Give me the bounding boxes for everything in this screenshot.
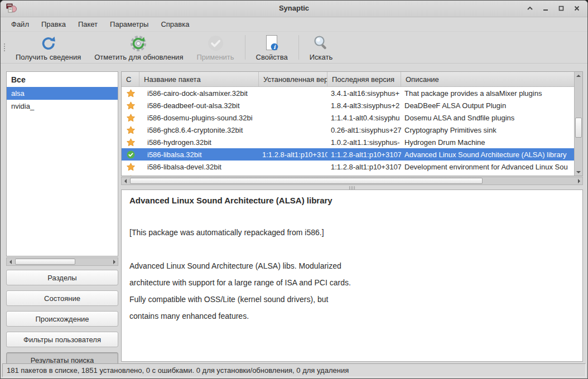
- details-line-0: [129, 207, 575, 224]
- mark-upgrades-icon: [129, 34, 148, 52]
- cell-latest-version: 1:1.2.8-alt1:p10+3107: [327, 163, 401, 171]
- cell-latest-version: 1.0.2-alt1.1:sisyphus-: [327, 138, 401, 147]
- toolbar-button-2: Применить: [190, 32, 240, 63]
- details-line-3: Advanced Linux Sound Architecture (ALSA)…: [129, 257, 575, 274]
- menu-item-2[interactable]: Пакет: [72, 18, 104, 31]
- menu-item-1[interactable]: Правка: [35, 18, 72, 31]
- cell-description: That package provides a alsaMixer plugin…: [401, 89, 574, 98]
- splitter-grip-icon[interactable]: [349, 186, 355, 190]
- star-icon: [122, 126, 139, 134]
- filter-buttons: РазделыСостояниеПроисхождениеФильтры пол…: [6, 270, 118, 368]
- toolbar-button-1[interactable]: Отметить для обновления: [88, 32, 190, 63]
- star-icon: [122, 175, 139, 176]
- cell-description: Hydrogen Drum Machine: [401, 138, 574, 147]
- scroll-left-icon[interactable]: [7, 258, 14, 265]
- package-details-pane: Advanced Linux Sound Architecture (ALSA)…: [121, 190, 583, 362]
- table-row[interactable]: i586-deadbeef-out-alsa.32bit1.8.4-alt3:s…: [122, 99, 574, 111]
- synaptic-window: Synaptic ФайлПравкаПакетПараметрыСправка…: [0, 0, 588, 379]
- table-row[interactable]: i586-cairo-dock-alsamixer.32bit3.4.1-alt…: [122, 87, 574, 99]
- menu-item-3[interactable]: Параметры: [104, 18, 155, 31]
- filter-list-header[interactable]: Все: [7, 72, 118, 87]
- details-line-6: contains many enhanced features.: [129, 308, 575, 324]
- scroll-left-icon[interactable]: [122, 177, 129, 184]
- titlebar: Synaptic: [1, 1, 587, 17]
- toolbar: Получить сведенияОтметить для обновления…: [1, 32, 587, 64]
- details-line-1: [This package was automatically repackag…: [129, 224, 575, 241]
- filter-button-3[interactable]: Фильтры пользователя: [6, 332, 118, 347]
- table-row[interactable]: i586-hydrogen.32bit1.0.2-alt1.1:sisyphus…: [122, 136, 574, 148]
- minimize-icon[interactable]: [542, 4, 550, 12]
- apply-icon: [207, 34, 224, 52]
- column-header-3[interactable]: Последняя версия: [327, 72, 401, 86]
- table-row[interactable]: i586-ghc8.6.4-cryptonite.32bit0.26-alt1:…: [122, 124, 574, 136]
- star-icon: [122, 138, 139, 147]
- column-header-0[interactable]: С: [122, 72, 139, 86]
- table-row[interactable]: i586-libalsa.32bit1:1.2.8-alt1:p10+31071…: [122, 148, 574, 161]
- toolbar-button-6[interactable]: Искать: [303, 32, 340, 63]
- details-line-2: [129, 241, 575, 257]
- statusbar-text: 181 пакетов в списке, 1851 установлено, …: [7, 366, 349, 375]
- menu-item-0[interactable]: Файл: [5, 18, 35, 31]
- filter-list-items: alsanvidia_: [7, 87, 118, 113]
- pane-splitter[interactable]: [121, 186, 583, 190]
- menu-item-4[interactable]: Справка: [155, 18, 195, 31]
- table-row[interactable]: i586-libalsa-devel.32bit1:1.2.8-alt1:p10…: [122, 161, 574, 173]
- toolbar-button-0[interactable]: Получить сведения: [9, 32, 88, 63]
- cell-description: Advanced Linux Sound Architecture (ALSA)…: [401, 150, 574, 159]
- toolbar-button-label: Получить сведения: [16, 53, 81, 61]
- table-row[interactable]: [122, 173, 574, 176]
- cell-latest-version: 1:1.2.8-alt1:p10+3107: [327, 150, 401, 159]
- close-icon[interactable]: [573, 4, 581, 12]
- column-header-1[interactable]: Название пакета: [139, 72, 259, 86]
- statusbar: 181 пакетов в списке, 1851 установлено, …: [2, 363, 586, 377]
- cell-latest-version: 3.4.1-alt16:sisyphus+: [327, 89, 401, 98]
- toolbar-button-label: Свойства: [256, 53, 288, 61]
- column-header-4[interactable]: Описание: [401, 72, 574, 86]
- cell-package-name: i586-dosemu-plugins-sound.32bi: [139, 114, 259, 122]
- toolbar-button-label: Отметить для обновления: [94, 53, 183, 61]
- package-table: СНазвание пакетаУстановленная версияПосл…: [121, 71, 583, 176]
- table-vscrollbar[interactable]: [574, 72, 582, 176]
- filter-button-1[interactable]: Состояние: [6, 290, 118, 306]
- star-icon: [122, 114, 139, 122]
- scroll-right-icon[interactable]: [110, 258, 118, 265]
- star-icon: [122, 163, 139, 171]
- menubar: ФайлПравкаПакетПараметрыСправка: [1, 17, 587, 32]
- cell-description: DeaDBeeF ALSA Output Plugin: [401, 101, 574, 110]
- toolbar-grip[interactable]: [4, 43, 7, 51]
- cell-latest-version: 1.8.4-alt3:sisyphus+2: [327, 101, 401, 110]
- table-row[interactable]: i586-dosemu-plugins-sound.32bi1:1.4.1-al…: [122, 111, 574, 124]
- toolbar-button-4[interactable]: iСвойства: [249, 32, 295, 63]
- cell-description: Development environment for Advanced Lin…: [401, 163, 574, 171]
- maximize-icon[interactable]: [557, 4, 565, 12]
- scroll-right-icon[interactable]: [575, 177, 582, 184]
- column-header-2[interactable]: Установленная версия: [259, 72, 327, 86]
- filter-button-2[interactable]: Происхождение: [6, 311, 118, 327]
- details-line-4: architecture with support for a large ra…: [129, 274, 575, 291]
- sidebar-hscroll-thumb[interactable]: [15, 259, 75, 265]
- cell-description: Dosemu ALSA and Sndfile plugins: [401, 114, 574, 122]
- cell-description: Cryptography Primitives sink: [401, 126, 574, 134]
- table-hscrollbar[interactable]: [121, 177, 583, 185]
- details-line-5: Fully compatible with OSS/Lite (kernel s…: [129, 291, 575, 308]
- filter-list-item-alsa[interactable]: alsa: [7, 87, 118, 100]
- properties-icon: i: [263, 34, 280, 52]
- shade-icon[interactable]: [526, 4, 534, 12]
- sidebar-hscrollbar[interactable]: [6, 257, 118, 266]
- cell-package-name: i586-hydrogen.32bit: [139, 138, 259, 147]
- package-details-text: [This package was automatically repackag…: [129, 207, 575, 324]
- scroll-down-icon[interactable]: [575, 168, 582, 176]
- package-table-inner: СНазвание пакетаУстановленная версияПосл…: [122, 72, 574, 176]
- table-hscroll-thumb[interactable]: [130, 178, 483, 184]
- table-vscroll-thumb[interactable]: [575, 118, 582, 138]
- filter-list-item-nvidia_[interactable]: nvidia_: [7, 100, 118, 113]
- window-controls: [526, 4, 581, 12]
- toolbar-separator: [298, 35, 299, 60]
- toolbar-button-label: Искать: [310, 53, 333, 61]
- filter-button-0[interactable]: Разделы: [6, 270, 118, 285]
- star-icon: [122, 101, 139, 110]
- scroll-up-icon[interactable]: [575, 72, 582, 79]
- table-body: i586-cairo-dock-alsamixer.32bit3.4.1-alt…: [122, 87, 574, 176]
- cell-latest-version: 1:1.4.1-alt0.4:sisyphu: [327, 114, 401, 122]
- cell-latest-version: 0.26-alt1:sisyphus+27: [327, 126, 401, 134]
